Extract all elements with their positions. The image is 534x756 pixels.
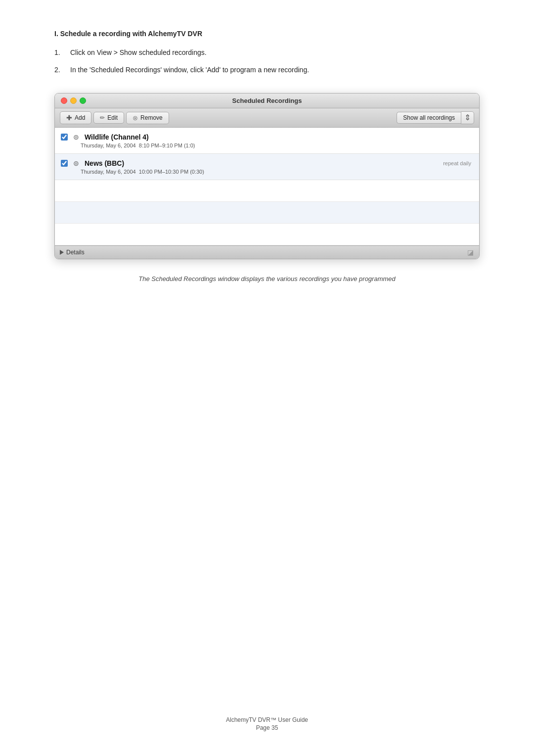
pencil-icon: ✏ [100, 114, 105, 121]
step-text-1: Click on View > Show scheduled recording… [70, 47, 207, 58]
window-titlebar: Scheduled Recordings [55, 94, 479, 108]
remove-circle-icon: ⊗ [133, 114, 138, 122]
step-1: 1. Click on View > Show scheduled record… [54, 47, 480, 58]
traffic-lights [61, 97, 86, 104]
window-bottombar: Details ◪ [55, 245, 479, 259]
step-list: 1. Click on View > Show scheduled record… [54, 47, 480, 75]
empty-row-3 [55, 224, 479, 245]
maximize-button[interactable] [80, 97, 86, 104]
page-content: I. Schedule a recording with AlchemyTV D… [54, 30, 480, 283]
close-button[interactable] [61, 97, 67, 104]
recording-repeat-2: repeat daily [443, 160, 471, 166]
minimize-button[interactable] [70, 97, 77, 104]
step-text-2: In the 'Scheduled Recordings' window, cl… [70, 65, 309, 75]
recording-subtitle-2: Thursday, May 6, 2004 10:00 PM–10:30 PM … [81, 169, 471, 175]
details-label: Details [66, 249, 85, 256]
show-all-label: Show all recordings [397, 112, 461, 124]
window-toolbar: ✚ Add ✏ Edit ⊗ Remove Show all recording… [55, 108, 479, 128]
recording-row-2: ⊚ News (BBC) repeat daily Thursday, May … [55, 154, 479, 180]
edit-button[interactable]: ✏ Edit [93, 112, 124, 124]
add-button[interactable]: ✚ Add [60, 111, 91, 124]
recording-title-2: News (BBC) [85, 159, 124, 167]
scheduled-recordings-window: Scheduled Recordings ✚ Add ✏ Edit ⊗ Remo… [54, 93, 480, 259]
step-2: 2. In the 'Scheduled Recordings' window,… [54, 65, 480, 75]
resize-handle-icon[interactable]: ◪ [466, 248, 474, 256]
plus-icon: ✚ [66, 114, 72, 122]
recording-row-1: ⊚ Wildlife (Channel 4) Thursday, May 6, … [55, 128, 479, 154]
schedule-icon-1: ⊚ [72, 133, 81, 142]
window-caption: The Scheduled Recordings window displays… [54, 275, 480, 283]
details-button[interactable]: Details [60, 249, 85, 256]
footer-page: Page 35 [0, 724, 534, 731]
show-all-dropdown: Show all recordings ⇕ [397, 111, 474, 124]
edit-label: Edit [107, 114, 118, 121]
empty-row-2 [55, 202, 479, 224]
schedule-icon-2: ⊚ [72, 159, 81, 168]
recording-checkbox-1[interactable] [61, 134, 68, 141]
step-num-2: 2. [54, 65, 66, 75]
step-num-1: 1. [54, 47, 66, 58]
page-footer: AlchemyTV DVR™ User Guide Page 35 [0, 716, 534, 731]
footer-title: AlchemyTV DVR™ User Guide [0, 716, 534, 723]
recording-checkbox-2[interactable] [61, 160, 68, 167]
recordings-list: ⊚ Wildlife (Channel 4) Thursday, May 6, … [55, 128, 479, 245]
section-title: I. Schedule a recording with AlchemyTV D… [54, 30, 480, 38]
remove-label: Remove [140, 114, 163, 121]
remove-button[interactable]: ⊗ Remove [126, 112, 169, 124]
details-triangle-icon [60, 250, 64, 255]
recording-title-1: Wildlife (Channel 4) [85, 133, 149, 141]
recording-subtitle-1: Thursday, May 6, 2004 8:10 PM–9:10 PM (1… [81, 142, 471, 148]
show-all-arrow-button[interactable]: ⇕ [461, 111, 474, 124]
add-label: Add [75, 114, 85, 121]
empty-row-1 [55, 180, 479, 202]
window-title: Scheduled Recordings [232, 97, 302, 104]
